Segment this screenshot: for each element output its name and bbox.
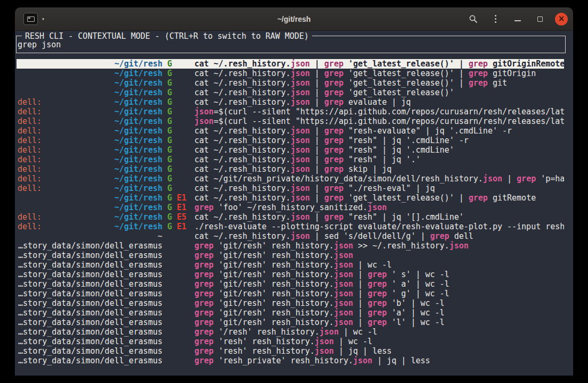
row-location: dell:~/git/resh bbox=[18, 184, 162, 193]
row-host: dell: bbox=[18, 126, 42, 136]
history-row[interactable]: …story_data/simon/dell_erasmusgrep 'resh… bbox=[17, 337, 564, 346]
history-row[interactable]: dell:~/git/reshGcat ~/.resh_history.json… bbox=[17, 97, 564, 107]
row-location: …story_data/simon/dell_erasmus bbox=[18, 251, 162, 260]
command-match: json bbox=[334, 308, 353, 318]
row-host: dell: bbox=[18, 107, 42, 116]
history-row[interactable]: ~/git/reshGcat ~/.resh_history.json | gr… bbox=[17, 78, 564, 88]
command-text: cat ~/.resh_history. bbox=[194, 69, 291, 78]
chevron-down-icon[interactable]: ▾ bbox=[42, 16, 45, 22]
row-command: cat ~/.resh_history.json | grep 'get_lat… bbox=[194, 78, 564, 88]
history-row[interactable]: dell:~/git/reshGcat ~/.resh_history.json… bbox=[17, 126, 564, 136]
command-match: json bbox=[291, 193, 310, 203]
row-location: dell:~/git/resh bbox=[18, 116, 162, 126]
history-row[interactable]: ~/git/reshGcat ~/.resh_history.json | gr… bbox=[17, 88, 564, 97]
history-row[interactable]: ~/git/reshGcat ~/.resh_history.json | gr… bbox=[17, 69, 564, 78]
row-command: cat ~/.resh_history.json | grep 'get_lat… bbox=[194, 193, 564, 203]
row-location: …story_data/simon/dell_erasmus bbox=[18, 318, 162, 327]
resh-search-box: RESH CLI - CONTEXTUAL MODE - (CTRL+R to … bbox=[16, 36, 566, 53]
command-text: | bbox=[310, 212, 324, 222]
row-flag: G bbox=[167, 136, 172, 145]
row-flags: G bbox=[167, 97, 192, 107]
desktop-background: ▾ ~/git/resh bbox=[0, 0, 588, 383]
kebab-menu-icon bbox=[495, 15, 496, 23]
history-row[interactable]: …story_data/simon/dell_erasmusgrep 'git/… bbox=[17, 289, 564, 298]
row-flags: G bbox=[167, 116, 192, 126]
row-directory: ~/git/resh bbox=[115, 97, 162, 107]
row-command: json=$(curl --silent "https://api.github… bbox=[194, 116, 564, 126]
row-flag: G bbox=[167, 69, 172, 78]
close-button[interactable]: × bbox=[555, 13, 568, 26]
command-match: grep bbox=[194, 327, 214, 337]
history-row[interactable]: ~/git/reshG E1cat ~/.resh_history.json |… bbox=[17, 193, 564, 203]
history-row[interactable]: …story_data/simon/dell_erasmusgrep 'git/… bbox=[17, 241, 564, 251]
history-row-selected[interactable]: ~/git/reshGcat ~/.resh_history.json | gr… bbox=[17, 59, 564, 69]
row-location: dell:~/git/resh bbox=[18, 212, 162, 222]
row-host: dell: bbox=[18, 184, 42, 193]
history-row[interactable]: …story_data/simon/dell_erasmusgrep 'git/… bbox=[17, 279, 564, 289]
titlebar[interactable]: ▾ ~/git/resh bbox=[15, 7, 573, 31]
menu-button[interactable] bbox=[488, 12, 503, 27]
new-terminal-button[interactable] bbox=[23, 13, 38, 25]
row-host: dell: bbox=[18, 136, 42, 145]
command-match: grep bbox=[368, 279, 387, 289]
row-command: json=$(curl --silent "https://api.github… bbox=[194, 107, 564, 116]
command-match: json bbox=[291, 78, 310, 88]
history-row[interactable]: …story_data/simon/dell_erasmusgrep 'resh… bbox=[17, 346, 564, 356]
row-flags: G bbox=[167, 174, 192, 184]
history-row[interactable]: …story_data/simon/dell_erasmusgrep 'git/… bbox=[17, 318, 564, 327]
history-row[interactable]: dell:~/git/reshGcat ~/git/resh_private/h… bbox=[17, 174, 564, 184]
row-flags bbox=[167, 346, 192, 356]
row-flags: G bbox=[167, 78, 192, 88]
history-row[interactable]: dell:~/git/reshGcat ~/.resh_history.json… bbox=[17, 184, 564, 193]
search-button[interactable] bbox=[466, 12, 480, 27]
command-text: gitRemote bbox=[488, 193, 536, 203]
command-text: | bbox=[310, 184, 324, 193]
row-directory: …story_data/simon/dell_erasmus bbox=[18, 260, 162, 270]
row-flag: E1 bbox=[177, 193, 186, 203]
command-match: json bbox=[320, 327, 339, 337]
row-flags: G bbox=[167, 126, 192, 136]
history-row[interactable]: dell:~/git/reshGcat ~/.resh_history.json… bbox=[17, 136, 564, 145]
history-row[interactable]: …story_data/simon/dell_erasmusgrep 'git/… bbox=[17, 251, 564, 260]
row-directory: ~/git/resh bbox=[115, 193, 162, 203]
row-location: dell:~/git/resh bbox=[18, 174, 162, 184]
terminal-content[interactable]: RESH CLI - CONTEXTUAL MODE - (CTRL+R to … bbox=[15, 31, 573, 376]
command-match: grep bbox=[194, 241, 214, 251]
history-row[interactable]: dell:~/git/reshGcat ~/.resh_history.json… bbox=[17, 164, 564, 174]
history-row[interactable]: dell:~/git/reshG E5cat ~/.resh_history.j… bbox=[17, 212, 564, 222]
row-command: grep 'resh' resh_history.json | jq | les… bbox=[194, 346, 564, 356]
command-match: grep bbox=[194, 203, 214, 212]
row-command: cat ~/.resh_history.json | grep "resh" |… bbox=[194, 136, 564, 145]
history-row[interactable]: dell:~/git/reshGjson=$(curl --silent "ht… bbox=[17, 116, 564, 126]
row-command: cat ~/.resh_history.json | sed 's/dell/d… bbox=[194, 231, 564, 241]
history-row[interactable]: dell:~/git/reshGcat ~/.resh_history.json… bbox=[17, 155, 564, 164]
close-icon: × bbox=[558, 15, 565, 23]
command-match: grep bbox=[469, 193, 488, 203]
history-row[interactable]: …story_data/simon/dell_erasmusgrep '/res… bbox=[17, 327, 564, 337]
history-row[interactable]: …story_data/simon/dell_erasmusgrep 'git/… bbox=[17, 308, 564, 318]
titlebar-right-controls: × bbox=[466, 12, 568, 27]
history-row[interactable]: ~cat ~/.resh_history.json | sed 's/dell/… bbox=[17, 231, 564, 241]
history-row[interactable]: dell:~/git/reshGcat ~/.resh_history.json… bbox=[17, 145, 564, 155]
command-text: | bbox=[353, 279, 368, 289]
history-row[interactable]: dell:~/git/reshGjson=$(curl --silent "ht… bbox=[17, 107, 564, 116]
command-match: json bbox=[291, 231, 310, 241]
command-match: grep bbox=[194, 318, 214, 327]
history-row[interactable]: ~/git/reshG E1grep 'foo' ~/resh_history_… bbox=[17, 203, 564, 212]
command-match: grep bbox=[194, 346, 214, 356]
history-row[interactable]: …story_data/simon/dell_erasmusgrep 'git/… bbox=[17, 270, 564, 279]
command-text: 'git/resh' resh_history. bbox=[214, 298, 334, 308]
history-row[interactable]: …story_data/simon/dell_erasmusgrep 'git/… bbox=[17, 260, 564, 270]
command-match: grep bbox=[324, 145, 344, 155]
row-command: grep 'git/resh' resh_history.json >> ~/.… bbox=[194, 241, 564, 251]
search-icon bbox=[469, 14, 478, 23]
history-row[interactable]: …story_data/simon/dell_erasmusgrep 'git/… bbox=[17, 298, 564, 308]
command-text: cat ~/.resh_history. bbox=[194, 136, 291, 145]
unmaximize-button[interactable] bbox=[533, 12, 548, 27]
command-match: json bbox=[334, 298, 353, 308]
history-row[interactable]: …story_data/simon/dell_erasmusgrep 'resh… bbox=[17, 356, 564, 365]
history-row[interactable]: dell:~/git/reshG E1./resh-evaluate --plo… bbox=[17, 222, 564, 231]
minimize-button[interactable] bbox=[510, 12, 525, 27]
row-flags bbox=[167, 356, 192, 365]
command-text: | bbox=[310, 126, 324, 136]
